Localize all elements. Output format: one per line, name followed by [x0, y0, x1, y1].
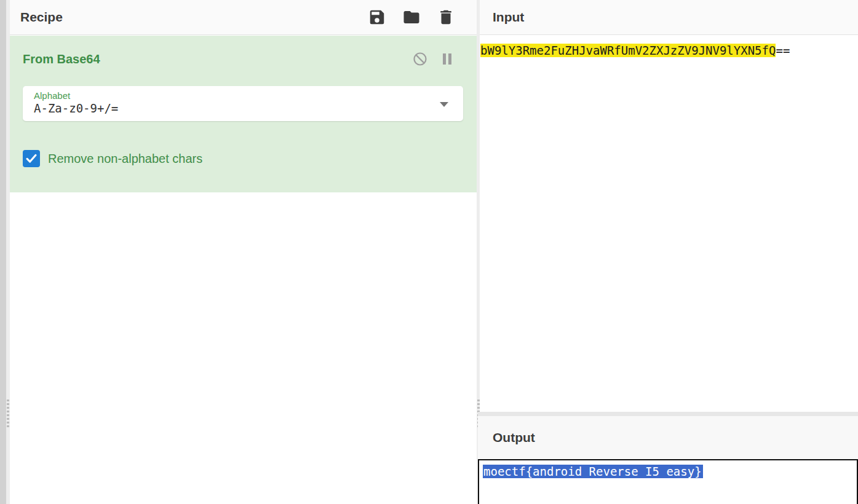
input-textarea[interactable]: bW9lY3Rme2FuZHJvaWRfUmV2ZXJzZV9JNV9lYXN5… — [480, 35, 858, 412]
trash-icon[interactable] — [436, 7, 456, 27]
operation-header: From Base64 — [10, 36, 477, 66]
operation-title: From Base64 — [23, 52, 100, 66]
recipe-panel: Recipe From Base64 — [10, 0, 477, 504]
recipe-header: Recipe — [10, 0, 477, 35]
operations-panel-edge — [0, 0, 6, 504]
recipe-title: Recipe — [20, 10, 63, 25]
operation-from-base64[interactable]: From Base64 — [10, 36, 477, 192]
splitter-grip[interactable] — [7, 400, 9, 429]
remove-non-alphabet-label: Remove non-alphabet chars — [48, 152, 202, 166]
recipe-header-icons — [367, 7, 464, 27]
chevron-down-icon — [440, 102, 448, 107]
output-title: Output — [493, 430, 535, 445]
output-pane: Output moectf{android_Reverse_I5_easy} — [478, 416, 858, 504]
input-output-splitter[interactable] — [478, 412, 858, 416]
output-header: Output — [478, 416, 858, 459]
alphabet-label: Alphabet — [34, 90, 453, 101]
input-highlighted-text: bW9lY3Rme2FuZHJvaWRfUmV2ZXJzZV9JNV9lYXN5… — [480, 44, 776, 57]
input-title: Input — [493, 10, 524, 25]
check-icon — [25, 152, 38, 165]
input-padding-chars: == — [776, 44, 790, 57]
alphabet-value: A-Za-z0-9+/= — [34, 101, 453, 115]
disable-icon[interactable] — [413, 52, 427, 66]
save-icon[interactable] — [367, 7, 387, 27]
pause-icon[interactable] — [440, 52, 455, 66]
folder-icon[interactable] — [402, 7, 421, 27]
input-header: Input — [480, 0, 858, 35]
operation-control-icons — [413, 52, 455, 66]
alphabet-select[interactable]: Alphabet A-Za-z0-9+/= — [23, 86, 463, 121]
output-selected-text: moectf{android_Reverse_I5_easy} — [483, 465, 703, 478]
remove-non-alphabet-row: Remove non-alphabet chars — [23, 150, 202, 167]
remove-non-alphabet-checkbox[interactable] — [23, 150, 40, 167]
output-textarea[interactable]: moectf{android_Reverse_I5_easy} — [478, 459, 858, 504]
input-pane: Input bW9lY3Rme2FuZHJvaWRfUmV2ZXJzZV9JNV… — [480, 0, 858, 412]
cyberchef-app: Recipe From Base64 — [0, 0, 858, 504]
